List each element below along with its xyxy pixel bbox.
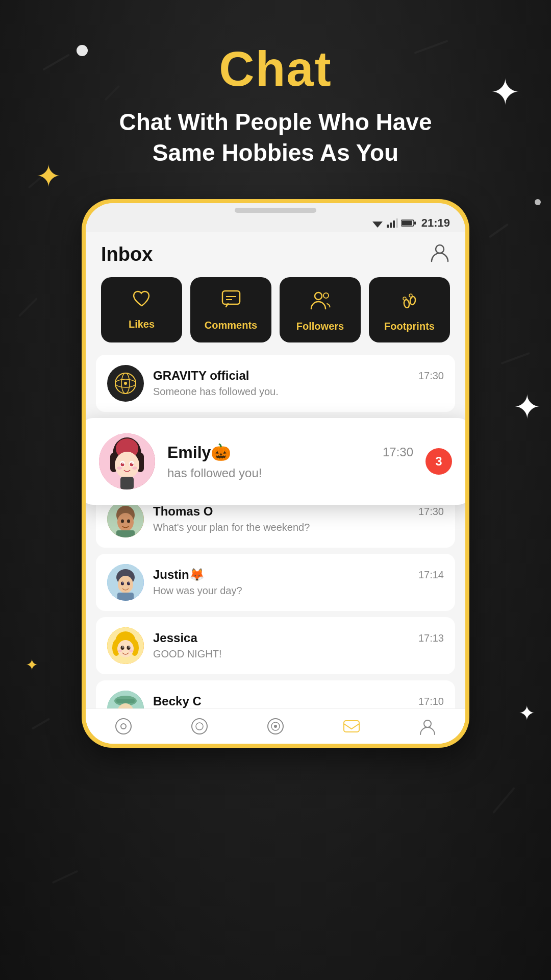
svg-marker-0 xyxy=(372,222,383,228)
svg-point-14 xyxy=(403,299,410,308)
svg-point-33 xyxy=(132,462,133,463)
wifi-icon xyxy=(371,218,384,228)
thomas-name: Thomas O xyxy=(153,504,213,519)
svg-rect-4 xyxy=(396,218,398,228)
decoration-dot xyxy=(535,199,541,205)
svg-point-79 xyxy=(424,720,431,727)
becky-time: 17:10 xyxy=(418,696,444,707)
svg-point-41 xyxy=(127,519,130,523)
svg-point-15 xyxy=(409,296,416,305)
svg-point-34 xyxy=(117,467,122,470)
svg-rect-3 xyxy=(393,220,395,228)
svg-point-73 xyxy=(192,719,207,734)
page-header: Chat Chat With People Who Have Same Hobb… xyxy=(0,0,551,168)
svg-point-40 xyxy=(121,519,124,523)
footprints-icon xyxy=(399,289,420,314)
inbox-screen: Inbox xyxy=(86,232,465,744)
emily-badge: 3 xyxy=(425,448,452,475)
justin-time: 17:14 xyxy=(418,569,444,581)
justin-message: How was your day? xyxy=(153,585,444,597)
justin-avatar xyxy=(107,564,144,601)
svg-point-8 xyxy=(436,245,444,253)
svg-rect-7 xyxy=(414,222,416,225)
svg-point-48 xyxy=(122,582,123,583)
phone-mockup: 21:19 Inbox xyxy=(82,199,469,748)
justin-content: Justin🦊 17:14 How was your day? xyxy=(153,568,444,597)
svg-point-21 xyxy=(124,382,127,385)
gravity-message-item[interactable]: GRAVITY official 17:30 Someone has follo… xyxy=(96,355,455,412)
svg-rect-42 xyxy=(116,530,135,537)
likes-button[interactable]: Likes xyxy=(101,277,182,342)
svg-rect-50 xyxy=(117,593,134,601)
profile-icon[interactable] xyxy=(430,242,450,267)
inbox-icon xyxy=(342,717,361,736)
emily-time: 17:30 xyxy=(383,445,413,459)
explore-icon xyxy=(114,717,133,736)
svg-point-17 xyxy=(409,294,412,297)
svg-point-27 xyxy=(115,452,139,478)
nav-inbox[interactable] xyxy=(342,717,361,736)
svg-point-57 xyxy=(127,646,131,650)
nav-profile[interactable] xyxy=(418,717,437,736)
page-title: Chat xyxy=(0,41,551,97)
emily-popup-card[interactable]: Emily🎃 17:30 has followed you! 3 xyxy=(86,418,465,505)
feed-icon xyxy=(266,717,285,736)
svg-point-60 xyxy=(118,649,122,652)
comments-label: Comments xyxy=(205,320,257,331)
svg-point-13 xyxy=(323,293,329,298)
svg-point-59 xyxy=(129,646,130,647)
likes-label: Likes xyxy=(129,318,155,330)
svg-point-74 xyxy=(196,723,203,730)
svg-rect-1 xyxy=(387,225,389,228)
inbox-header: Inbox xyxy=(86,232,465,277)
svg-point-72 xyxy=(121,724,126,729)
emily-name: Emily🎃 xyxy=(167,443,231,462)
gravity-time: 17:30 xyxy=(418,370,444,382)
jessica-content: Jessica 17:13 GOOD NIGHT! xyxy=(153,631,444,660)
svg-rect-6 xyxy=(402,220,412,225)
emily-avatar xyxy=(99,433,155,489)
jessica-time: 17:13 xyxy=(418,632,444,644)
likes-icon xyxy=(132,289,152,312)
followers-icon xyxy=(310,289,331,314)
justin-name: Justin🦊 xyxy=(153,568,205,582)
svg-point-47 xyxy=(127,581,130,585)
gravity-message: Someone has followed you. xyxy=(153,386,444,398)
message-list: GRAVITY official 17:30 Someone has follo… xyxy=(86,355,465,744)
profile-nav-icon xyxy=(418,717,437,736)
comments-icon xyxy=(221,289,241,313)
svg-point-77 xyxy=(274,725,277,728)
status-time: 21:19 xyxy=(421,216,450,230)
svg-point-12 xyxy=(315,292,322,300)
comments-button[interactable]: Comments xyxy=(190,277,271,342)
footprints-button[interactable]: Footprints xyxy=(369,277,450,342)
justin-message-item[interactable]: Justin🦊 17:14 How was your day? xyxy=(96,554,455,611)
footprints-label: Footprints xyxy=(384,321,435,332)
nav-feed[interactable] xyxy=(266,717,285,736)
gravity-content: GRAVITY official 17:30 Someone has follo… xyxy=(153,369,444,398)
thomas-content: Thomas O 17:30 What's your plan for the … xyxy=(153,504,444,533)
action-buttons-row: Likes Comments xyxy=(86,277,465,355)
discover-icon xyxy=(190,717,209,736)
svg-point-46 xyxy=(121,581,124,585)
svg-point-55 xyxy=(117,640,134,657)
nav-discover[interactable] xyxy=(190,717,209,736)
page-subtitle: Chat With People Who Have Same Hobbies A… xyxy=(0,107,551,168)
emily-message: has followed you! xyxy=(167,466,413,480)
signal-icon xyxy=(387,218,398,228)
svg-point-32 xyxy=(122,462,123,463)
jessica-message-item[interactable]: Jessica 17:13 GOOD NIGHT! xyxy=(96,617,455,674)
followers-button[interactable]: Followers xyxy=(280,277,361,342)
thomas-time: 17:30 xyxy=(418,506,444,518)
nav-explore[interactable] xyxy=(114,717,133,736)
svg-point-39 xyxy=(117,513,134,531)
thomas-message: What's your plan for the weekend? xyxy=(153,522,444,533)
followers-label: Followers xyxy=(296,321,344,332)
svg-point-71 xyxy=(116,719,131,734)
jessica-name: Jessica xyxy=(153,631,197,645)
svg-point-61 xyxy=(129,649,133,652)
thomas-avatar xyxy=(107,501,144,537)
svg-rect-2 xyxy=(390,223,392,228)
bottom-nav xyxy=(86,708,465,744)
phone-notch xyxy=(86,203,465,212)
